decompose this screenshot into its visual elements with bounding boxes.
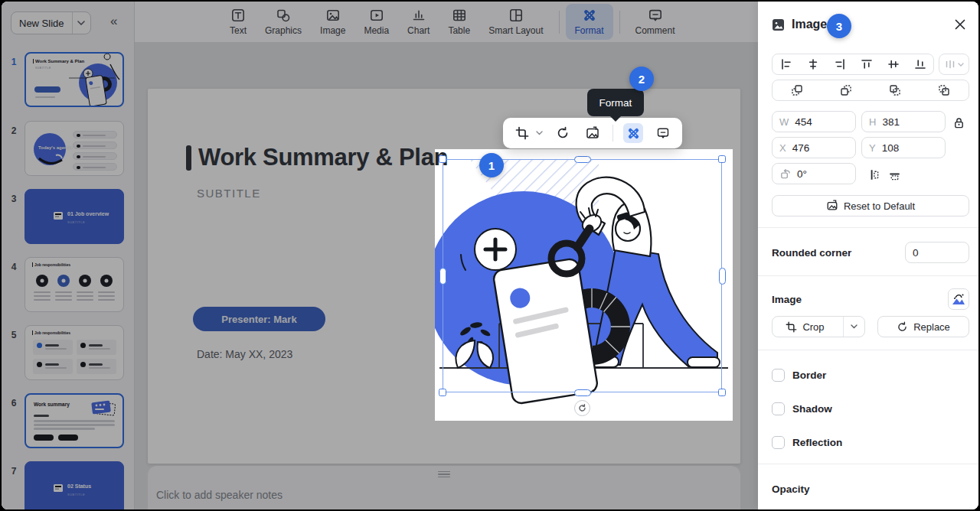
- shadow-checkbox[interactable]: [772, 402, 785, 415]
- rotation-field[interactable]: 0°: [772, 163, 856, 184]
- selection-handle-bottom[interactable]: [574, 389, 591, 396]
- selection-handle-top[interactable]: [574, 156, 591, 163]
- selection-handle-top-left[interactable]: [439, 155, 446, 163]
- align-bottom-icon: [914, 58, 926, 70]
- align-right-button[interactable]: [830, 55, 850, 73]
- send-to-back-button[interactable]: [934, 81, 954, 99]
- crop-dropdown-chevron[interactable]: [536, 131, 543, 135]
- align-middle-button[interactable]: [884, 55, 903, 73]
- lock-icon: [952, 116, 965, 129]
- bring-forward-icon: [790, 83, 804, 97]
- image-format-panel: Image W 454: [758, 2, 978, 509]
- comment-icon: [656, 126, 670, 140]
- step-badge-2: 2: [629, 67, 654, 91]
- close-icon: [955, 19, 965, 30]
- selection-handle-bottom-left[interactable]: [439, 389, 446, 396]
- align-middle-icon: [887, 58, 900, 70]
- slide-title-block[interactable]: Work Summary & Plan: [186, 144, 448, 171]
- width-value: 454: [795, 116, 812, 128]
- chevron-down-icon: [958, 63, 964, 67]
- align-center-icon: [807, 58, 819, 70]
- crop-label: Crop: [802, 321, 824, 333]
- format-tooltip: Format: [587, 89, 644, 116]
- flip-horizontal-button[interactable]: [865, 167, 880, 182]
- distribute-button[interactable]: [939, 54, 969, 75]
- tooltip-label: Format: [599, 97, 632, 109]
- crop-icon: [786, 321, 797, 333]
- rounded-corner-input[interactable]: 0: [905, 242, 969, 263]
- align-left-icon: [780, 58, 792, 70]
- rotation-value: 0°: [797, 168, 807, 180]
- border-checkbox[interactable]: [772, 369, 785, 382]
- height-value: 381: [882, 116, 900, 128]
- align-center-button[interactable]: [803, 55, 823, 73]
- x-prefix: X: [779, 142, 786, 154]
- slide-title: Work Summary & Plan: [198, 144, 448, 171]
- send-backward-button[interactable]: [885, 81, 905, 99]
- step-badge-1: 1: [479, 153, 504, 177]
- align-left-button[interactable]: [776, 55, 796, 73]
- selection-handle-bottom-right[interactable]: [718, 389, 726, 396]
- panel-title: Image: [792, 18, 827, 31]
- lock-aspect-ratio-button[interactable]: [951, 115, 966, 130]
- align-top-icon: [861, 58, 873, 70]
- reset-to-default-button[interactable]: Reset to Default: [772, 195, 969, 216]
- panel-header: Image: [772, 15, 968, 34]
- image-preview-thumbnail: [951, 291, 966, 307]
- rounded-corner-label: Rounded corner: [772, 247, 851, 259]
- comment-button[interactable]: [653, 123, 673, 143]
- image-floating-toolbar: [503, 118, 682, 148]
- image-section-label: Image: [772, 294, 802, 305]
- format-button[interactable]: [623, 123, 643, 143]
- send-to-back-icon: [937, 83, 951, 97]
- divider: [758, 350, 978, 350]
- reflection-label: Reflection: [792, 437, 842, 448]
- close-panel-button[interactable]: [952, 17, 968, 32]
- rotate-object-icon: [779, 168, 791, 180]
- image-preview-button[interactable]: [948, 288, 969, 310]
- selection-handle-right[interactable]: [719, 268, 726, 285]
- rounded-corner-value: 0: [913, 247, 919, 259]
- x-position-field[interactable]: X 476: [772, 137, 856, 158]
- divider: [758, 227, 978, 228]
- bring-to-front-button[interactable]: [836, 81, 856, 99]
- width-field[interactable]: W 454: [772, 111, 856, 132]
- flip-horizontal-icon: [867, 168, 880, 181]
- replace-label: Replace: [913, 321, 950, 333]
- flip-vertical-button[interactable]: [887, 167, 902, 182]
- toolbar-separator: [612, 125, 613, 142]
- app-window: Text Graphics Image Media Chart Table Sm…: [0, 0, 980, 511]
- chevron-down-icon: [851, 324, 858, 329]
- crop-button[interactable]: [512, 123, 532, 143]
- reflection-checkbox[interactable]: [772, 436, 785, 449]
- y-value: 108: [882, 142, 900, 154]
- badge-number: 1: [488, 159, 495, 172]
- alignment-group: [772, 54, 934, 75]
- align-bottom-button[interactable]: [910, 55, 930, 73]
- replace-image-button[interactable]: [583, 123, 603, 143]
- crop-dropdown[interactable]: [843, 317, 864, 337]
- rotate-handle[interactable]: [574, 400, 590, 416]
- selection-handle-top-right[interactable]: [718, 155, 726, 163]
- align-right-icon: [834, 58, 846, 70]
- crop-icon: [515, 126, 529, 140]
- bring-forward-button[interactable]: [787, 81, 807, 99]
- crop-main[interactable]: Crop: [773, 321, 838, 333]
- y-position-field[interactable]: Y 108: [861, 137, 946, 158]
- border-toggle[interactable]: Border: [772, 369, 826, 382]
- shadow-toggle[interactable]: Shadow: [772, 402, 832, 415]
- distribute-icon: [945, 59, 956, 70]
- selection-handle-left[interactable]: [439, 268, 446, 285]
- format-icon: [626, 126, 641, 141]
- reflection-toggle[interactable]: Reflection: [772, 436, 842, 449]
- replace-button[interactable]: Replace: [877, 316, 969, 337]
- opacity-label: Opacity: [772, 483, 810, 495]
- rotate-icon: [578, 404, 586, 412]
- height-field[interactable]: H 381: [861, 111, 946, 132]
- crop-split-button[interactable]: Crop: [772, 316, 865, 337]
- arrange-group: [772, 80, 969, 101]
- align-top-button[interactable]: [857, 55, 877, 73]
- replace-image-icon: [586, 126, 599, 140]
- divider: [758, 275, 978, 276]
- rotate-button[interactable]: [553, 123, 573, 143]
